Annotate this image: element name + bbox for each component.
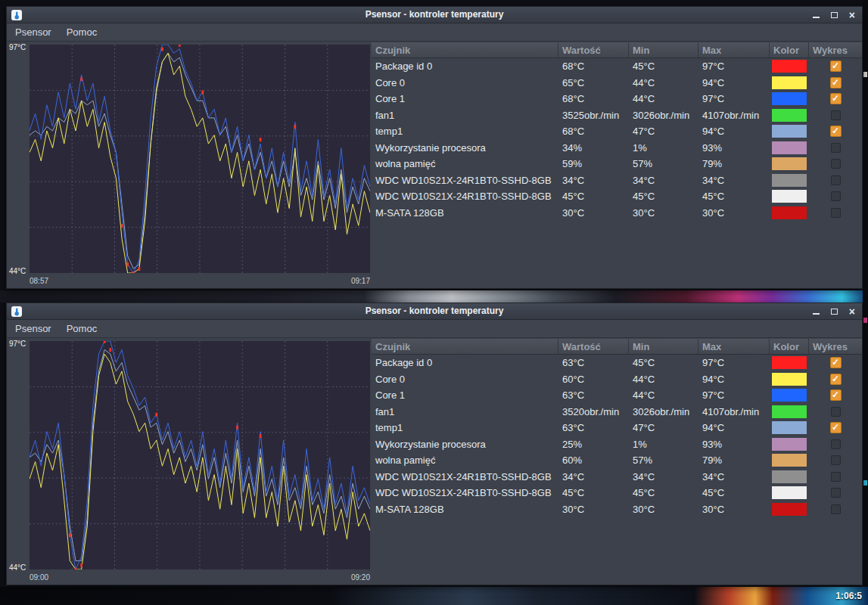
sensor-row[interactable]: Core 1 63°C 44°C 97°C ✓ [372, 387, 862, 404]
chart-checkbox[interactable]: ✓ [830, 60, 842, 72]
sensor-row[interactable]: WDC WD10S21X-24R1BT0-SSHD-8GB 45°C 45°C … [372, 485, 862, 501]
color-swatch[interactable] [772, 503, 807, 516]
color-swatch[interactable] [772, 405, 807, 418]
color-swatch[interactable] [772, 373, 807, 386]
sensor-row[interactable]: wolna pamięć 60% 57% 79% [372, 452, 862, 469]
chart-checkbox[interactable]: ✓ [830, 389, 842, 401]
color-swatch[interactable] [772, 438, 807, 451]
menu-pomoc[interactable]: Pomoc [67, 323, 97, 334]
sensor-row[interactable]: WDC WD10S21X-24R1BT0-SSHD-8GB 34°C 34°C … [372, 469, 862, 486]
sensor-row[interactable]: WDC WD10S21X-24R1BT0-SSHD-8GB 34°C 34°C … [372, 172, 862, 189]
color-swatch[interactable] [772, 157, 807, 170]
header-min[interactable]: Min [629, 339, 698, 354]
header-wykres[interactable]: Wykres [809, 42, 862, 57]
chart-checkbox[interactable]: ✓ [830, 422, 842, 433]
sensor-row[interactable]: fan1 3520obr./min 3026obr./min 4107obr./… [372, 404, 862, 420]
sensor-row[interactable]: temp1 68°C 47°C 94°C ✓ [372, 123, 862, 140]
close-button[interactable]: × [849, 10, 855, 20]
sensor-row[interactable]: temp1 63°C 47°C 94°C ✓ [372, 420, 862, 436]
sensor-value: 68°C [558, 58, 629, 75]
header-wartosc[interactable]: Wartość [558, 42, 629, 57]
chart-checkbox[interactable] [831, 208, 841, 218]
sensor-row[interactable]: Wykorzystanie procesora 25% 1% 93% [372, 436, 862, 453]
color-swatch[interactable] [772, 141, 807, 154]
sensor-row[interactable]: Core 1 68°C 44°C 97°C ✓ [372, 91, 862, 107]
chart-checkbox[interactable] [831, 159, 841, 169]
sensor-name: fan1 [372, 107, 558, 124]
menu-psensor[interactable]: Psensor [15, 323, 51, 334]
sensor-row[interactable]: Core 0 60°C 44°C 94°C ✓ [372, 371, 862, 388]
chart-checkbox[interactable] [831, 191, 841, 201]
sensor-row[interactable]: Package id 0 63°C 45°C 97°C ✓ [372, 355, 862, 371]
chart-checkbox[interactable] [831, 488, 841, 498]
color-swatch[interactable] [772, 389, 807, 402]
color-swatch[interactable] [772, 470, 807, 483]
maximize-button[interactable] [831, 12, 838, 18]
sensor-row[interactable]: wolna pamięć 59% 57% 79% [372, 156, 862, 172]
sensor-row[interactable]: Wykorzystanie procesora 34% 1% 93% [372, 140, 862, 157]
sensor-value: 60% [558, 452, 629, 469]
header-kolor[interactable]: Kolor [770, 339, 809, 354]
menu-pomoc[interactable]: Pomoc [67, 26, 97, 38]
color-swatch[interactable] [772, 76, 807, 89]
sensor-max: 97°C [698, 91, 770, 107]
sensor-name: Core 1 [372, 387, 558, 404]
menu-psensor[interactable]: Psensor [15, 26, 51, 38]
sensor-max: 79% [698, 452, 770, 469]
sensor-min: 30°C [629, 205, 698, 222]
header-max[interactable]: Max [698, 42, 770, 57]
chart-checkbox[interactable]: ✓ [830, 93, 842, 104]
sensor-table: Czujnik Wartość Min Max Kolor Wykres Pac… [372, 339, 862, 585]
chart-checkbox[interactable] [831, 455, 841, 465]
sensor-max: 79% [698, 156, 770, 172]
chart-checkbox[interactable]: ✓ [830, 126, 842, 137]
sensor-min: 44°C [629, 387, 698, 404]
chart-checkbox[interactable]: ✓ [830, 77, 842, 88]
close-button[interactable]: × [849, 306, 855, 317]
chart-checkbox[interactable]: ✓ [830, 357, 842, 368]
chart-checkbox[interactable] [831, 439, 841, 449]
color-swatch[interactable] [772, 174, 807, 187]
color-swatch[interactable] [772, 206, 807, 219]
y-min-label: 44°C [9, 563, 26, 572]
header-wartosc[interactable]: Wartość [558, 339, 629, 354]
color-swatch[interactable] [772, 109, 807, 122]
color-swatch[interactable] [772, 92, 807, 105]
color-swatch[interactable] [772, 190, 807, 203]
sensor-row[interactable]: M-SATA 128GB 30°C 30°C 30°C [372, 501, 862, 518]
color-swatch[interactable] [772, 486, 807, 499]
color-swatch[interactable] [772, 60, 807, 73]
header-wykres[interactable]: Wykres [809, 339, 862, 354]
header-max[interactable]: Max [698, 339, 770, 354]
minimize-button[interactable] [813, 12, 820, 18]
wallpaper-strip-middle [0, 290, 868, 302]
header-czujnik[interactable]: Czujnik [372, 42, 558, 57]
color-swatch[interactable] [772, 421, 807, 434]
wallpaper-fragment [863, 72, 867, 77]
sensor-min: 44°C [629, 371, 698, 388]
color-swatch[interactable] [772, 125, 807, 138]
maximize-button[interactable] [831, 309, 838, 315]
titlebar[interactable]: Psensor - kontroler temperatury × [7, 7, 862, 23]
color-swatch[interactable] [772, 356, 807, 369]
color-swatch[interactable] [772, 454, 807, 467]
chart-checkbox[interactable] [831, 175, 841, 185]
minimize-button[interactable] [813, 309, 820, 315]
sensor-row[interactable]: WDC WD10S21X-24R1BT0-SSHD-8GB 45°C 45°C … [372, 188, 862, 205]
chart-checkbox[interactable] [831, 504, 841, 514]
sensor-row[interactable]: Core 0 65°C 44°C 94°C ✓ [372, 75, 862, 92]
sensor-row[interactable]: fan1 3525obr./min 3026obr./min 4107obr./… [372, 107, 862, 124]
sensor-row[interactable]: M-SATA 128GB 30°C 30°C 30°C [372, 205, 862, 222]
chart-checkbox[interactable]: ✓ [830, 374, 842, 385]
sensor-row[interactable]: Package id 0 68°C 45°C 97°C ✓ [372, 58, 862, 75]
header-czujnik[interactable]: Czujnik [372, 339, 558, 354]
header-kolor[interactable]: Kolor [770, 42, 809, 57]
y-max-label: 97°C [9, 43, 26, 51]
titlebar[interactable]: Psensor - kontroler temperatury × [7, 303, 862, 320]
header-min[interactable]: Min [629, 42, 698, 57]
chart-checkbox[interactable] [831, 110, 841, 120]
chart-checkbox[interactable] [831, 407, 841, 417]
chart-checkbox[interactable] [831, 143, 841, 153]
chart-checkbox[interactable] [831, 472, 841, 482]
sensor-value: 25% [558, 436, 629, 453]
